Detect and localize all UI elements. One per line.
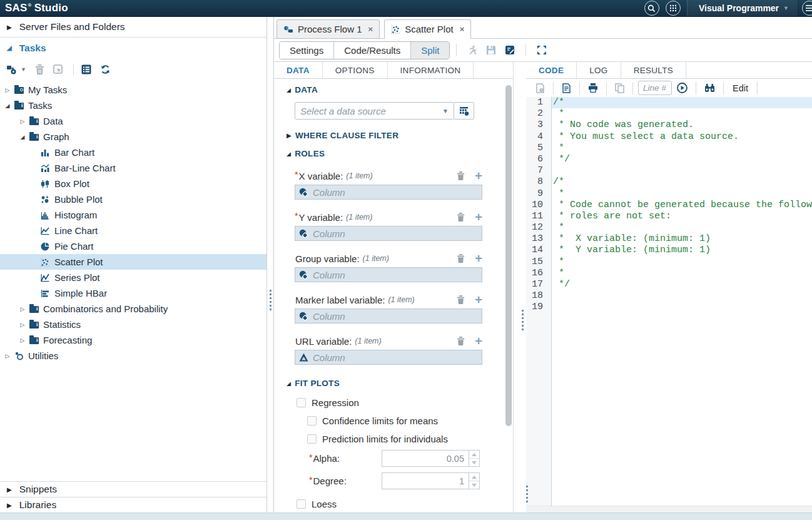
expand-icon[interactable]: ▷ [19, 306, 26, 312]
expand-icon[interactable]: ▷ [4, 353, 11, 359]
accordion-server-files[interactable]: ▶ Server Files and Folders [0, 17, 266, 38]
edit-button[interactable]: Edit [733, 83, 748, 93]
sidebar-item-box-plot[interactable]: Box Plot [0, 176, 266, 191]
role-drop-zone[interactable]: Column [295, 226, 482, 241]
maximize-view-button[interactable] [537, 45, 547, 55]
expand-icon[interactable]: ▷ [19, 337, 26, 344]
copy-button[interactable] [615, 83, 624, 93]
sidebar-item-forecasting[interactable]: ▷ i Forecasting [0, 332, 266, 348]
edit-task-button[interactable] [53, 64, 63, 74]
splitter-grip[interactable] [522, 310, 524, 332]
new-task-menu-button[interactable]: ▼ [6, 64, 26, 75]
save-button[interactable] [486, 45, 496, 55]
sidebar-item-utilities[interactable]: ▷ Utilities [0, 348, 266, 364]
splitter-grip[interactable] [526, 486, 528, 504]
alpha-stepper[interactable]: 0.05 [382, 450, 480, 467]
step-down-icon[interactable] [472, 484, 477, 487]
global-menu-button[interactable] [798, 0, 812, 16]
tab-process-flow[interactable]: Process Flow 1 × [277, 19, 380, 39]
add-role-icon[interactable]: + [475, 295, 482, 304]
role-drop-zone[interactable]: A Column [295, 350, 482, 365]
alpha-value[interactable]: 0.05 [382, 450, 469, 467]
sidebar-item-histogram[interactable]: Histogram [0, 207, 266, 223]
add-role-icon[interactable]: + [475, 171, 482, 180]
clear-code-button[interactable] [505, 45, 515, 55]
tab-log[interactable]: LOG [577, 62, 621, 78]
view-code-results-button[interactable]: Code/Results [334, 42, 411, 59]
expand-icon[interactable]: ▷ [4, 87, 11, 93]
sidebar-item-my-tasks[interactable]: ▷ My Tasks [0, 82, 266, 98]
stepper-arrows[interactable] [469, 472, 480, 489]
perspective-selector[interactable]: Visual Programmer ▼ [687, 0, 798, 16]
sidebar-item-series-plot[interactable]: Series Plot [0, 270, 266, 285]
delete-role-icon[interactable] [457, 295, 465, 304]
degree-value[interactable]: 1 [382, 472, 469, 489]
collapse-icon[interactable]: ◢ [19, 134, 26, 140]
role-drop-zone[interactable]: Column [295, 267, 482, 282]
delete-role-icon[interactable] [457, 254, 465, 263]
sidebar-item-bubble-plot[interactable]: Bubble Plot [0, 191, 266, 207]
accordion-tasks[interactable]: ◢ Tasks [0, 38, 266, 58]
scrollbar-thumb[interactable] [505, 85, 512, 426]
panel-splitter[interactable] [514, 62, 526, 512]
expand-icon[interactable]: ▷ [19, 118, 26, 125]
section-roles[interactable]: ◢ ROLES [287, 149, 503, 158]
refresh-button[interactable] [100, 64, 111, 74]
view-settings-button[interactable]: Settings [280, 42, 334, 59]
prediction-limits-checkbox[interactable] [307, 434, 317, 444]
settings-scrollbar[interactable] [505, 83, 512, 507]
tab-data[interactable]: DATA [274, 62, 323, 78]
code-horizontal-scrollbar[interactable] [526, 506, 812, 512]
add-role-icon[interactable]: + [475, 337, 482, 345]
sidebar-item-combinatorics[interactable]: ▷ i Combinatorics and Probability [0, 301, 266, 317]
sidebar-item-scatter-plot[interactable]: Scatter Plot [0, 254, 266, 270]
choose-table-button[interactable] [454, 102, 474, 120]
section-fit-plots[interactable]: ◢ FIT PLOTS [287, 379, 503, 388]
collapse-icon[interactable]: ◢ [4, 103, 11, 109]
sidebar-item-simple-hbar[interactable]: Simple HBar [0, 285, 266, 301]
applications-button[interactable] [666, 1, 681, 16]
section-data[interactable]: ◢ DATA [287, 85, 503, 94]
delete-role-icon[interactable] [457, 337, 465, 345]
section-where-clause[interactable]: ▶ WHERE CLAUSE FILTER [287, 131, 503, 140]
code-editor[interactable]: 1/* 2 * 3 * No code was generated. 4 * Y… [526, 97, 812, 506]
loess-checkbox[interactable] [297, 499, 306, 509]
add-role-icon[interactable]: + [475, 213, 482, 222]
role-drop-zone[interactable]: Column [295, 308, 482, 324]
sidebar-item-tasks[interactable]: ◢ i Tasks [0, 98, 266, 113]
add-role-icon[interactable]: + [475, 254, 482, 263]
data-source-select[interactable]: Select a data source ▼ [295, 102, 454, 120]
accordion-snippets[interactable]: ▶ Snippets [0, 481, 266, 497]
sidebar-item-bar-chart[interactable]: Bar Chart [0, 145, 266, 160]
sidebar-splitter[interactable] [267, 17, 273, 512]
confidence-means-checkbox[interactable] [307, 416, 317, 426]
sidebar-item-graph[interactable]: ◢ i Graph [0, 129, 266, 145]
find-button[interactable] [704, 83, 715, 93]
properties-button[interactable] [81, 64, 91, 74]
delete-role-icon[interactable] [457, 171, 465, 180]
step-up-icon[interactable] [472, 453, 477, 456]
search-button[interactable] [644, 1, 659, 16]
tab-information[interactable]: INFORMATION [388, 62, 474, 78]
stepper-arrows[interactable] [469, 450, 480, 467]
close-icon[interactable]: × [368, 24, 373, 34]
step-up-icon[interactable] [472, 476, 477, 479]
expand-icon[interactable]: ▷ [19, 322, 26, 328]
print-button[interactable] [588, 83, 598, 93]
code-history-button[interactable] [535, 83, 545, 93]
go-to-line-button[interactable] [677, 83, 688, 93]
delete-button[interactable] [35, 64, 44, 74]
tab-scatter-plot[interactable]: Scatter Plot × [384, 19, 471, 39]
regression-checkbox[interactable] [297, 398, 306, 407]
sidebar-item-pie-chart[interactable]: Pie Chart [0, 238, 266, 254]
role-drop-zone[interactable]: Column [295, 185, 482, 200]
run-button[interactable] [467, 45, 477, 55]
sidebar-item-line-chart[interactable]: Line Chart [0, 223, 266, 238]
accordion-libraries[interactable]: ▶ Libraries [0, 497, 266, 512]
sidebar-item-data[interactable]: ▷ i Data [0, 113, 266, 129]
step-down-icon[interactable] [472, 461, 477, 464]
degree-stepper[interactable]: 1 [382, 472, 480, 489]
tab-options[interactable]: OPTIONS [323, 62, 388, 78]
sidebar-item-bar-line-chart[interactable]: Bar-Line Chart [0, 160, 266, 176]
tab-code[interactable]: CODE [526, 62, 577, 78]
